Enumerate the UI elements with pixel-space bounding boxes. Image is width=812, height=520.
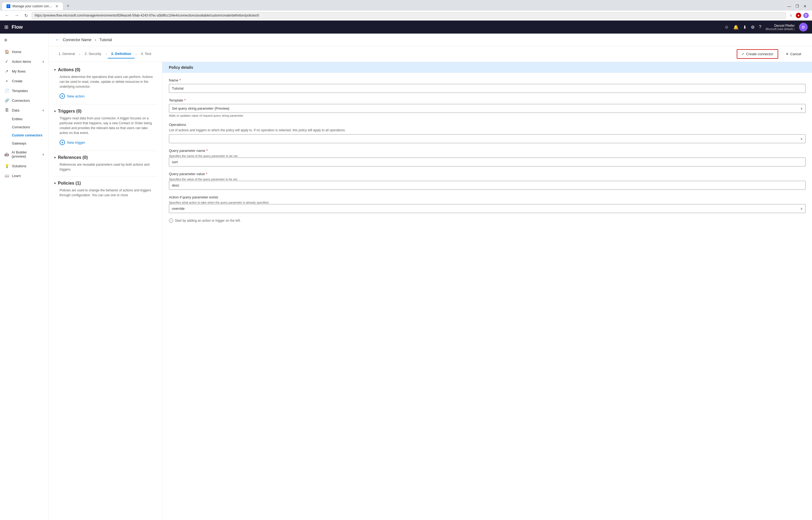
avatar[interactable]: D — [799, 23, 808, 31]
notification-icon[interactable]: 🔔 — [733, 25, 739, 30]
back-button[interactable]: ← — [55, 37, 59, 42]
maximize-button[interactable]: ❐ — [794, 3, 800, 9]
browser-tab-active[interactable]: F Manage your custom connector... ✕ — [2, 2, 63, 10]
chevron-up-icon: ∧ — [42, 109, 44, 112]
address-bar-icons: ☆ ● D — [788, 13, 809, 18]
star-icon[interactable]: ☆ — [788, 13, 793, 18]
query-param-name-input[interactable] — [169, 158, 806, 166]
tab-definition-label: 3. Definition — [111, 52, 131, 56]
name-required-star: * — [180, 78, 181, 82]
template-select[interactable]: Set query string parameter (Preview) — [169, 104, 806, 113]
sidebar-label-data: Data — [12, 108, 19, 112]
action-if-exists-select[interactable]: override — [169, 204, 806, 213]
info-icon: i — [169, 218, 173, 223]
template-label: Template * — [169, 98, 806, 102]
step-sep-1: › — [79, 52, 80, 56]
emoji-icon[interactable]: ☺ — [724, 25, 729, 29]
connections-label: Connections — [12, 125, 30, 129]
tab-test[interactable]: 4. Test — [138, 50, 155, 58]
app-icons: ☺ 🔔 ⬇ ⚙ ? Denzel Pfeifer Microsoft (new … — [724, 23, 808, 31]
breadcrumb-title: Tutorial — [99, 37, 112, 42]
content-split: ▾ Actions (0) Actions determine the oper… — [49, 62, 812, 520]
sidebar-item-action-items[interactable]: ✓ Action items ∨ — [0, 57, 48, 66]
user-info: Denzel Pfeifer Microsoft (new default) ( — [766, 24, 795, 31]
references-toggle[interactable]: ▾ — [54, 156, 56, 159]
breadcrumb-connector-name: Connector Name — [63, 37, 91, 42]
sidebar-item-custom-connectors[interactable]: Custom connectors — [0, 131, 48, 139]
new-trigger-button[interactable]: + New trigger — [59, 140, 157, 145]
plus-circle-trigger-icon: + — [59, 140, 65, 145]
triggers-toggle[interactable]: ▾ — [54, 109, 56, 113]
address-input[interactable] — [32, 12, 786, 19]
hamburger-icon[interactable]: ≡ — [0, 33, 48, 47]
data-icon: 🗄 — [4, 108, 9, 112]
sidebar-item-ai-builder[interactable]: 🤖 AI Builder (preview) ∨ — [0, 148, 48, 161]
solutions-icon: 💡 — [4, 164, 9, 168]
sidebar-label-templates: Templates — [12, 89, 28, 93]
query-param-value-input[interactable] — [169, 181, 806, 190]
sidebar-item-connectors[interactable]: 🔗 Connectors — [0, 96, 48, 105]
new-tab-button[interactable]: + — [64, 2, 72, 10]
minimize-button[interactable]: — — [786, 3, 792, 9]
profile-icon[interactable]: D — [803, 13, 809, 18]
query-param-name-label: Query parameter name * — [169, 149, 806, 153]
new-trigger-label: New trigger — [67, 140, 85, 145]
sidebar-item-home[interactable]: 🏠 Home — [0, 47, 48, 57]
query-param-value-star: * — [206, 172, 207, 176]
sidebar-item-data[interactable]: 🗄 Data ∧ — [0, 105, 48, 115]
actions-toggle[interactable]: ▾ — [54, 68, 56, 72]
left-panel: ▾ Actions (0) Actions determine the oper… — [49, 62, 162, 520]
download-icon[interactable]: ⬇ — [743, 25, 746, 30]
triggers-title: Triggers (0) — [58, 109, 81, 114]
app-brand: Flow — [11, 24, 23, 30]
policies-toggle[interactable]: ▾ — [54, 181, 56, 185]
new-action-button[interactable]: + New action — [59, 94, 157, 99]
tab-definition[interactable]: 3. Definition — [108, 50, 134, 58]
sidebar-item-learn[interactable]: 📖 Learn — [0, 171, 48, 181]
create-connector-label: Create connector — [746, 52, 773, 56]
tab-general-label: 1. General — [58, 52, 75, 56]
sidebar-item-templates[interactable]: 📄 Templates — [0, 86, 48, 96]
references-title: References (0) — [58, 155, 88, 160]
tab-security[interactable]: 2. Security — [81, 50, 104, 58]
sidebar-item-gateways[interactable]: Gateways — [0, 139, 48, 148]
waffle-icon[interactable]: ⊞ — [4, 24, 8, 30]
step-tabs-left: 1. General › 2. Security › 3. Definition… — [55, 46, 155, 62]
action-if-exists-select-wrapper: override ∨ — [169, 204, 806, 213]
tab-close-button[interactable]: ✕ — [55, 4, 58, 8]
sidebar-item-create[interactable]: + Create — [0, 76, 48, 86]
refresh-button[interactable]: ↻ — [23, 12, 29, 19]
forward-button[interactable]: → — [13, 12, 21, 19]
policies-section-header: ▾ Policies (1) — [54, 181, 157, 186]
operations-select[interactable] — [169, 134, 806, 143]
operations-desc: List of actions and triggers to which th… — [169, 128, 806, 132]
sidebar-item-entities[interactable]: Entities — [0, 115, 48, 123]
entities-label: Entities — [12, 117, 23, 121]
back-button[interactable]: ← — [3, 12, 11, 19]
step-sep-2: › — [106, 52, 107, 56]
user-name: Denzel Pfeifer — [775, 24, 795, 28]
new-action-label: New action — [67, 94, 84, 98]
close-button[interactable]: ✕ — [802, 3, 808, 9]
template-select-wrapper: Set query string parameter (Preview) ∨ — [169, 104, 806, 113]
name-label: Name * — [169, 78, 806, 82]
policy-details-header: Policy details — [162, 62, 812, 73]
sidebar-item-my-flows[interactable]: ↗ My flows — [0, 66, 48, 76]
settings-icon[interactable]: ⚙ — [751, 25, 755, 30]
sidebar-item-connections[interactable]: Connections — [0, 123, 48, 131]
operations-field-group: Operations List of actions and triggers … — [169, 123, 806, 143]
query-param-name-star: * — [206, 149, 208, 153]
create-connector-button[interactable]: ✓ Create connector — [737, 49, 778, 59]
security-icon: ● — [796, 13, 801, 18]
name-input[interactable] — [169, 84, 806, 93]
templates-icon: 📄 — [4, 88, 9, 93]
tab-general[interactable]: 1. General — [55, 50, 78, 58]
cancel-button[interactable]: ✕ Cancel — [781, 50, 806, 58]
triggers-desc: Triggers read data from your connector. … — [59, 116, 157, 135]
browser-chrome: F Manage your custom connector... ✕ + — … — [0, 0, 812, 21]
sidebar-label-solutions: Solutions — [12, 164, 26, 168]
policy-form: Name * Template * Set query — [162, 73, 812, 228]
sidebar-item-solutions[interactable]: 💡 Solutions — [0, 161, 48, 171]
policies-desc: Policies are used to change the behavior… — [59, 188, 157, 198]
help-icon[interactable]: ? — [759, 25, 761, 29]
